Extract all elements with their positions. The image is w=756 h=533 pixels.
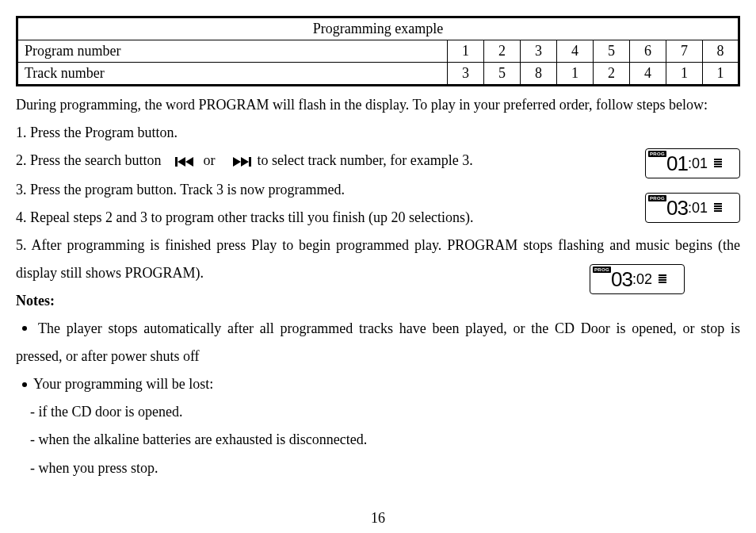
table-cell: 3: [521, 40, 557, 63]
table-cell: 8: [521, 63, 557, 86]
step-3: 3. Press the program button. Track 3 is …: [16, 176, 740, 204]
table-title: Programming example: [17, 17, 739, 40]
table-cell: 2: [594, 63, 630, 86]
lcd-display-1: PROG 01:01: [645, 148, 740, 178]
note-1-text: The player stops automatically after all…: [16, 320, 740, 364]
step-2a: 2. Press the search button: [16, 152, 161, 168]
table-cell: 3: [448, 63, 484, 86]
lcd-display-3: PROG 03:02: [590, 264, 685, 294]
skip-back-icon: [175, 148, 196, 176]
note-2b: - when the alkaline batteries are exhaus…: [16, 426, 740, 454]
step-1: 1. Press the Program button.: [16, 119, 740, 147]
svg-rect-5: [249, 157, 251, 167]
table-cell: 4: [557, 40, 594, 63]
list-icon: [714, 203, 722, 213]
note-2a: - if the CD door is opened.: [16, 398, 740, 426]
step-2c: to select track number, for example 3.: [257, 152, 472, 168]
svg-marker-1: [178, 157, 185, 167]
step-2b: or: [203, 152, 215, 168]
note-2: Your programming will be lost:: [16, 370, 740, 398]
table-cell: 1: [666, 63, 703, 86]
list-icon: [714, 159, 722, 168]
table-cell: 5: [594, 40, 630, 63]
svg-rect-0: [175, 157, 178, 167]
list-icon: [659, 274, 666, 284]
note-2c: - when you press stop.: [16, 454, 740, 482]
lcd-display-2: PROG 03:01: [645, 193, 740, 223]
table-cell: 1: [448, 40, 484, 63]
skip-forward-icon: [233, 148, 254, 176]
table-cell: 1: [703, 63, 739, 86]
svg-marker-3: [233, 157, 241, 167]
step-4: 4. Repeal steps 2 and 3 to program other…: [16, 204, 740, 232]
table-cell: 7: [666, 40, 703, 63]
table-cell: 5: [484, 63, 521, 86]
table-cell: 6: [630, 40, 666, 63]
prog-badge: PROG: [648, 195, 666, 201]
lcd-big: 03: [611, 267, 632, 292]
table-cell: 8: [703, 40, 739, 63]
intro-text: During programming, the word PROGRAM wil…: [16, 91, 740, 119]
bullet-icon: [22, 382, 27, 387]
lcd-big: 03: [666, 196, 688, 220]
svg-marker-4: [241, 157, 249, 167]
lcd-big: 01: [666, 151, 688, 176]
programming-example-table: Programming example Program number 1 2 3…: [16, 16, 740, 86]
content-body: During programming, the word PROGRAM wil…: [16, 91, 740, 482]
prog-badge: PROG: [593, 266, 611, 273]
bullet-icon: [22, 326, 27, 331]
table-cell: 2: [484, 40, 521, 63]
step-2: 2. Press the search button or to select …: [16, 147, 740, 175]
prog-badge: PROG: [648, 151, 666, 157]
table-cell: 4: [630, 63, 666, 86]
lcd-small: :02: [632, 271, 652, 288]
lcd-small: :01: [688, 155, 708, 172]
row2-label: Track number: [17, 63, 448, 86]
note-2-text: Your programming will be lost:: [33, 376, 213, 392]
table-cell: 1: [557, 63, 594, 86]
page-number: 16: [0, 510, 756, 527]
lcd-small: :01: [688, 200, 708, 217]
row1-label: Program number: [17, 40, 448, 63]
svg-marker-2: [185, 157, 193, 167]
note-1: The player stops automatically after all…: [16, 315, 740, 370]
